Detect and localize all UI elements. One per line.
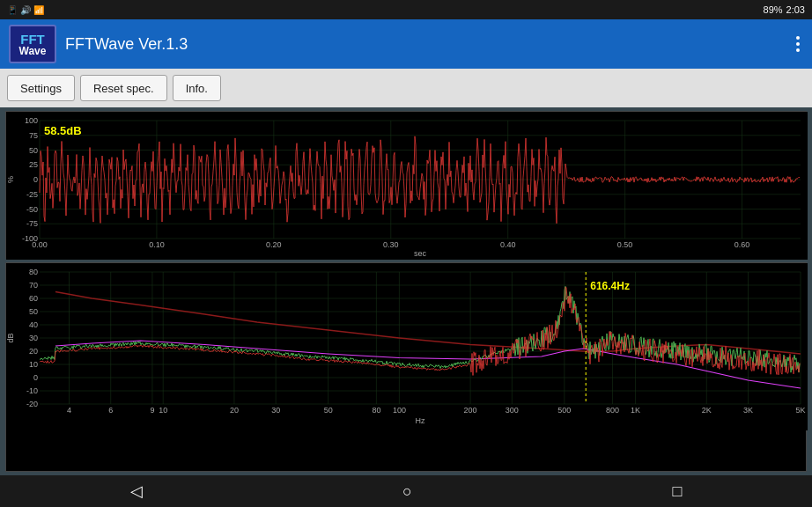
time-display: 2:03 xyxy=(786,4,805,15)
nav-bar: ◁ ○ □ xyxy=(0,475,812,507)
app-icon-fft: FFT xyxy=(20,33,45,46)
reset-spec-button[interactable]: Reset spec. xyxy=(80,75,167,101)
app-icon: FFT Wave xyxy=(9,25,56,63)
back-button[interactable]: ◁ xyxy=(113,478,160,504)
status-bar-left: 📱 🔊 📶 xyxy=(7,5,44,15)
recent-button[interactable]: □ xyxy=(654,479,699,504)
status-bar-right: 89% 2:03 xyxy=(764,4,805,15)
title-bar: FFT Wave FFTWave Ver.1.3 xyxy=(0,19,812,69)
app-icon-wave: Wave xyxy=(19,46,47,56)
fft-chart xyxy=(5,262,807,472)
overflow-menu-button[interactable] xyxy=(793,33,803,55)
charts-container xyxy=(0,107,812,475)
settings-button[interactable]: Settings xyxy=(7,75,75,101)
status-bar: 📱 🔊 📶 89% 2:03 xyxy=(0,0,812,19)
info-button[interactable]: Info. xyxy=(173,75,221,101)
app-title: FFTWave Ver.1.3 xyxy=(65,35,793,54)
toolbar: Settings Reset spec. Info. xyxy=(0,69,812,107)
wave-chart xyxy=(5,111,807,259)
battery-level: 89% xyxy=(764,4,783,15)
home-button[interactable]: ○ xyxy=(385,479,430,504)
